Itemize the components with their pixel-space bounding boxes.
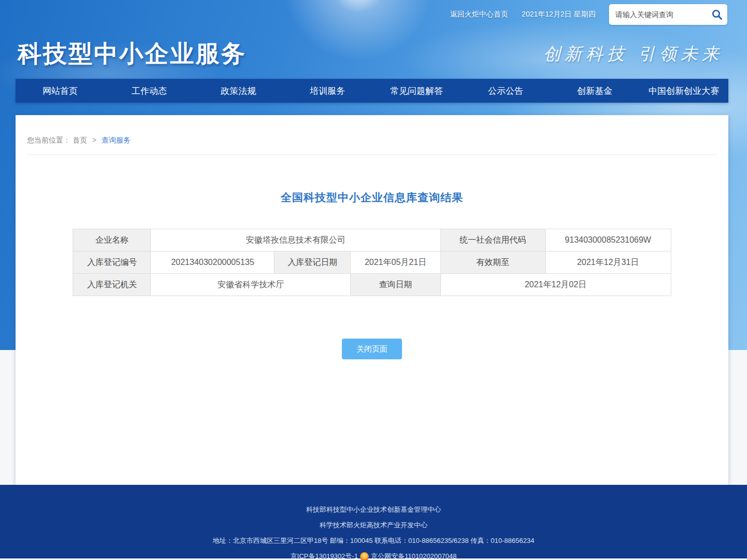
nav-item-competition[interactable]: 中国创新创业大赛 xyxy=(639,79,728,103)
value-query-date: 2021年12月02日 xyxy=(440,274,671,296)
breadcrumb-divider xyxy=(27,155,717,155)
query-result-table: 企业名称 安徽塔孜信息技术有限公司 统一社会信用代码 9134030008523… xyxy=(73,229,671,296)
value-registration-date: 2021年05月21日 xyxy=(351,251,440,274)
table-row: 企业名称 安徽塔孜信息技术有限公司 统一社会信用代码 9134030008523… xyxy=(73,229,671,251)
current-date-label: 2021年12月2日 星期四 xyxy=(522,10,596,19)
footer-org-line-2: 科学技术部火炬高技术产业开发中心 xyxy=(0,517,747,533)
site-footer: 科技部科技型中小企业技术创新基金管理中心 科学技术部火炬高技术产业开发中心 地址… xyxy=(0,485,747,558)
banner-gap xyxy=(0,103,747,115)
value-credit-code: 91340300085231069W xyxy=(545,229,671,251)
breadcrumb-home-link[interactable]: 首页 xyxy=(73,136,87,144)
value-valid-until: 2021年12月31日 xyxy=(545,251,671,274)
nav-item-news[interactable]: 工作动态 xyxy=(105,79,194,103)
search-box xyxy=(609,4,727,25)
police-badge-icon xyxy=(360,552,369,560)
breadcrumb-separator: > xyxy=(92,136,96,144)
table-row: 入库登记机关 安徽省科学技术厅 查询日期 2021年12月02日 xyxy=(73,274,671,296)
label-registration-authority: 入库登记机关 xyxy=(73,274,151,296)
breadcrumb: 您当前位置： 首页 > 查询服务 xyxy=(16,136,728,145)
return-torch-center-link[interactable]: 返回火炬中心首页 xyxy=(450,10,508,19)
search-icon[interactable] xyxy=(711,8,723,21)
nav-item-announcements[interactable]: 公示公告 xyxy=(461,79,550,103)
table-row: 入库登记编号 202134030200005135 入库登记日期 2021年05… xyxy=(73,251,671,274)
button-row: 关闭页面 xyxy=(16,339,728,359)
label-company-name: 企业名称 xyxy=(73,229,151,251)
value-registration-authority: 安徽省科学技术厅 xyxy=(151,274,351,296)
footer-address-line: 地址：北京市西城区三里河二区甲18号 邮编：100045 联系电话：010-88… xyxy=(0,533,747,549)
label-registration-date: 入库登记日期 xyxy=(274,251,351,274)
icp-record-link[interactable]: 京ICP备13019302号-1 xyxy=(290,549,358,560)
breadcrumb-current-link[interactable]: 查询服务 xyxy=(102,136,131,144)
content-panel: 您当前位置： 首页 > 查询服务 全国科技型中小企业信息库查询结果 企业名称 安… xyxy=(16,115,728,485)
value-registration-number: 202134030200005135 xyxy=(151,251,274,274)
close-page-button[interactable]: 关闭页面 xyxy=(342,339,402,359)
label-valid-until: 有效期至 xyxy=(440,251,545,274)
nav-item-home[interactable]: 网站首页 xyxy=(16,79,105,103)
footer-icp-line: 京ICP备13019302号-1 京公网安备11010202007048 xyxy=(0,549,747,560)
site-slogan: 创新科技 引领未来 xyxy=(544,43,724,66)
nav-item-policies[interactable]: 政策法规 xyxy=(194,79,283,103)
logo-row: 科技型中小企业服务 创新科技 引领未来 xyxy=(0,29,747,79)
nav-item-faq[interactable]: 常见问题解答 xyxy=(372,79,461,103)
site-header: 返回火炬中心首页 2021年12月2日 星期四 科技型中小企业服务 创新科技 引… xyxy=(0,0,747,79)
search-input[interactable] xyxy=(615,10,711,19)
footer-org-line-1: 科技部科技型中小企业技术创新基金管理中心 xyxy=(0,502,747,517)
police-record-link[interactable]: 京公网安备11010202007048 xyxy=(371,549,457,560)
breadcrumb-prefix: 您当前位置： xyxy=(27,136,71,144)
label-registration-number: 入库登记编号 xyxy=(73,251,151,274)
value-company-name: 安徽塔孜信息技术有限公司 xyxy=(151,229,440,251)
main-navigation: 网站首页 工作动态 政策法规 培训服务 常见问题解答 公示公告 创新基金 中国创… xyxy=(16,79,728,103)
nav-item-training[interactable]: 培训服务 xyxy=(283,79,372,103)
page-title: 全国科技型中小企业信息库查询结果 xyxy=(16,190,728,205)
top-utility-bar: 返回火炬中心首页 2021年12月2日 星期四 xyxy=(0,0,747,29)
label-query-date: 查询日期 xyxy=(351,274,440,296)
nav-item-innovation-fund[interactable]: 创新基金 xyxy=(550,79,640,103)
label-credit-code: 统一社会信用代码 xyxy=(440,229,545,251)
site-logo-title: 科技型中小企业服务 xyxy=(18,38,246,70)
